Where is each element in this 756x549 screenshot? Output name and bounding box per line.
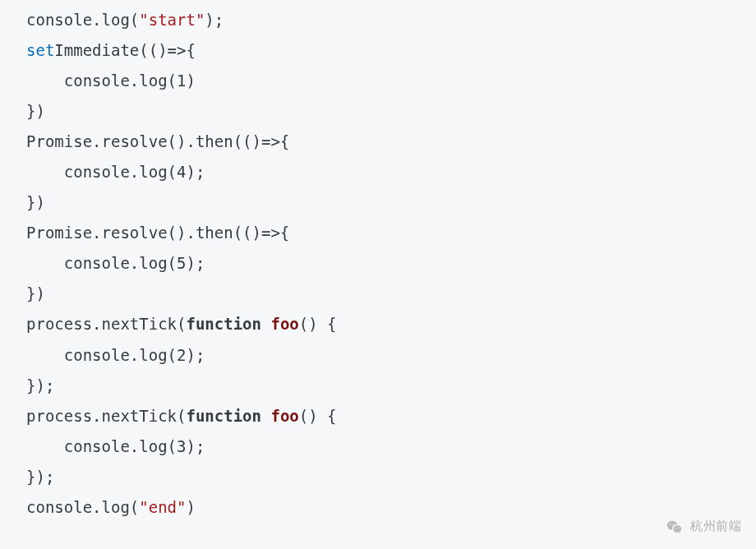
code-token: foo	[270, 407, 298, 425]
code-token: console.log(	[26, 346, 177, 364]
code-token: console.log(	[26, 437, 177, 455]
code-token: console.log(	[26, 163, 177, 181]
code-token: Promise.resolve().then(()=>{	[26, 132, 289, 150]
code-token: process.nextTick(	[26, 315, 186, 333]
code-token: Promise.resolve().then(()=>{	[26, 224, 289, 242]
code-token: )	[186, 498, 195, 516]
code-token: console.log(	[26, 498, 139, 516]
code-token: })	[26, 284, 45, 302]
code-token: foo	[270, 315, 298, 333]
watermark-label: 杭州前端	[690, 514, 741, 537]
wechat-icon	[666, 516, 684, 534]
code-token: 5	[177, 254, 186, 272]
code-token: );	[186, 437, 205, 455]
code-token: );	[205, 11, 224, 29]
code-token: 3	[177, 437, 186, 455]
code-token	[261, 407, 270, 425]
code-token: );	[186, 254, 205, 272]
code-token: );	[186, 346, 205, 364]
code-token: 2	[177, 346, 186, 364]
code-token: function	[186, 315, 261, 333]
code-token: "end"	[139, 498, 186, 516]
code-token: })	[26, 102, 45, 120]
code-token: set	[26, 41, 54, 59]
code-token	[261, 315, 270, 333]
code-token: 1	[177, 72, 186, 90]
code-token: )	[186, 72, 195, 90]
code-token: () {	[299, 407, 337, 425]
code-token: );	[186, 163, 205, 181]
code-token: })	[26, 193, 45, 211]
code-token: console.log(	[26, 254, 177, 272]
code-token: Immediate(()=>{	[54, 41, 196, 59]
code-token: console.log(	[26, 11, 139, 29]
code-token: () {	[299, 315, 337, 333]
code-token: function	[186, 407, 261, 425]
code-token: });	[26, 468, 54, 486]
code-token: console.log(	[26, 72, 177, 90]
code-token: 4	[177, 163, 186, 181]
watermark: 杭州前端	[666, 514, 741, 537]
code-token: });	[26, 376, 54, 394]
code-token: "start"	[139, 11, 205, 29]
code-block: console.log("start"); setImmediate(()=>{…	[26, 5, 756, 523]
code-token: process.nextTick(	[26, 407, 186, 425]
